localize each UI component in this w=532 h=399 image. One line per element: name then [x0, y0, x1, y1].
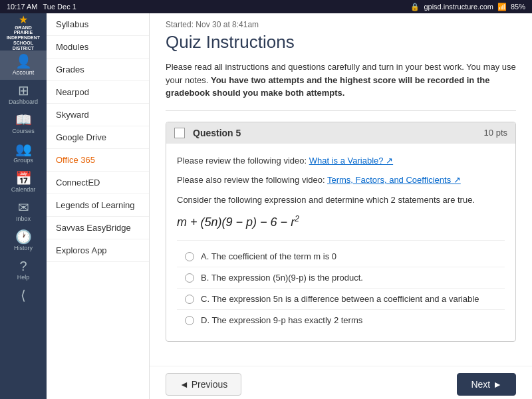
- sidebar-logo: ★ GRANDPRAIRIEINDEPENDENTSCHOOL DISTRICT: [5, 16, 42, 49]
- nav-item-office365[interactable]: Office 365: [47, 149, 149, 172]
- choice-text-d: D. The expression 9-p has exactly 2 term…: [201, 315, 362, 325]
- radio-a[interactable]: [185, 252, 194, 261]
- video2-link[interactable]: Terms, Factors, and Coefficients ↗: [327, 175, 461, 185]
- wifi-icon: 📶: [497, 3, 507, 11]
- nav-item-googledrive[interactable]: Google Drive: [47, 126, 149, 149]
- sidebar-label-history: History: [14, 245, 33, 251]
- nav-item-legends[interactable]: Legends of Learning: [47, 194, 149, 217]
- answer-choice-d[interactable]: D. The expression 9-p has exactly 2 term…: [177, 310, 505, 331]
- sidebar-item-calendar[interactable]: 📅 Calendar: [0, 168, 47, 197]
- sidebar-label-help: Help: [17, 274, 30, 281]
- nav-item-syllabus[interactable]: Syllabus: [47, 13, 149, 36]
- nav-item-skyward[interactable]: Skyward: [47, 104, 149, 126]
- content-inner: Started: Nov 30 at 8:41am Quiz Instructi…: [150, 13, 532, 366]
- answer-choice-b[interactable]: B. The expression (5n)(9-p) is the produ…: [177, 267, 505, 289]
- page-title: Quiz Instructions: [166, 32, 516, 53]
- nav-item-connected[interactable]: ConnectED: [47, 172, 149, 194]
- status-bar: 10:17 AM Tue Dec 1 🔒 gpisd.instructure.c…: [0, 0, 532, 13]
- sidebar-item-courses[interactable]: 📖 Courses: [0, 109, 47, 138]
- question-pts: 10 pts: [484, 128, 507, 138]
- sidebar-label-account: Account: [13, 69, 35, 76]
- account-icon: 👤: [15, 55, 32, 68]
- sidebar-item-dashboard[interactable]: ⊞ Dashboard: [0, 80, 47, 109]
- radio-d[interactable]: [185, 316, 194, 325]
- nav-item-grades[interactable]: Grades: [47, 59, 149, 81]
- sidebar-item-inbox[interactable]: ✉ Inbox: [0, 197, 47, 226]
- answer-choice-a[interactable]: A. The coefficient of the term m is 0: [177, 246, 505, 267]
- sidebar-label-groups: Groups: [13, 157, 33, 164]
- dashboard-icon: ⊞: [18, 84, 29, 97]
- nav-item-modules[interactable]: Modules: [47, 36, 149, 59]
- nav-item-savvas[interactable]: Savvas EasyBridge: [47, 217, 149, 239]
- nav-panel: Syllabus Modules Grades Nearpod Skyward …: [47, 13, 150, 399]
- calendar-icon: 📅: [15, 172, 32, 185]
- instructions-bold: You have two attempts and the highest sc…: [166, 75, 489, 98]
- answer-choices: A. The coefficient of the term m is 0 B.…: [177, 240, 505, 331]
- sidebar-label-calendar: Calendar: [11, 186, 36, 193]
- help-icon: ?: [19, 259, 27, 273]
- logo-text: GRANDPRAIRIEINDEPENDENTSCHOOL DISTRICT: [6, 25, 41, 51]
- battery: 85%: [511, 3, 525, 11]
- sidebar-item-history[interactable]: 🕐 History: [0, 226, 47, 255]
- sidebar: ★ GRANDPRAIRIEINDEPENDENTSCHOOL DISTRICT…: [0, 13, 47, 399]
- question-title: Question 5: [193, 128, 476, 138]
- answer-choice-c[interactable]: C. The expression 5n is a difference bet…: [177, 289, 505, 310]
- choice-text-a: A. The coefficient of the term m is 0: [201, 251, 336, 261]
- radio-c[interactable]: [185, 295, 194, 304]
- url: gpisd.instructure.com: [424, 3, 493, 11]
- next-button[interactable]: Next ►: [457, 373, 516, 396]
- question-header: Question 5 10 pts: [166, 122, 515, 144]
- question-box: Question 5 10 pts Please review the foll…: [166, 122, 516, 342]
- video1-link[interactable]: What is a Variable? ↗: [309, 156, 393, 166]
- content-area: Started: Nov 30 at 8:41am Quiz Instructi…: [150, 13, 532, 399]
- choice-text-b: B. The expression (5n)(9-p) is the produ…: [201, 273, 363, 283]
- previous-label: ◄ Previous: [180, 379, 227, 390]
- question-checkbox[interactable]: [174, 128, 185, 138]
- history-icon: 🕐: [15, 230, 32, 243]
- date: Tue Dec 1: [43, 3, 76, 11]
- sidebar-item-help[interactable]: ? Help: [0, 255, 47, 285]
- instructions-text: Please read all instructions and questio…: [166, 61, 516, 111]
- previous-button[interactable]: ◄ Previous: [166, 373, 241, 396]
- nav-item-nearpod[interactable]: Nearpod: [47, 81, 149, 104]
- sidebar-item-account[interactable]: 👤 Account: [0, 51, 47, 80]
- math-expression: m + (5n)(9 − p) − 6 − r2: [177, 214, 505, 229]
- courses-icon: 📖: [15, 113, 32, 126]
- sidebar-label-dashboard: Dashboard: [9, 98, 38, 105]
- inbox-icon: ✉: [18, 201, 29, 214]
- nav-item-exploros[interactable]: Exploros App: [47, 239, 149, 262]
- app-layout: ★ GRANDPRAIRIEINDEPENDENTSCHOOL DISTRICT…: [0, 13, 532, 399]
- video2-text: Please also review the following video: …: [177, 174, 505, 187]
- status-left: 10:17 AM Tue Dec 1: [7, 3, 76, 11]
- groups-icon: 👥: [15, 142, 32, 156]
- next-label: Next ►: [471, 379, 502, 390]
- collapse-icon: ⟨: [21, 289, 26, 302]
- started-text: Started: Nov 30 at 8:41am: [166, 20, 516, 29]
- lock-icon: 🔒: [410, 3, 420, 11]
- sidebar-label-inbox: Inbox: [16, 215, 31, 222]
- question-body: Please review the following video: What …: [166, 144, 515, 342]
- status-right: 🔒 gpisd.instructure.com 📶 85%: [410, 3, 525, 11]
- video1-text: Please review the following video: What …: [177, 154, 505, 168]
- radio-b[interactable]: [185, 273, 194, 283]
- choice-text-c: C. The expression 5n is a difference bet…: [201, 294, 479, 304]
- logo-star: ★: [19, 15, 28, 25]
- time: 10:17 AM: [7, 3, 37, 11]
- sidebar-item-groups[interactable]: 👥 Groups: [0, 138, 47, 168]
- video2-label: Please also review the following video:: [177, 175, 325, 185]
- sidebar-label-courses: Courses: [12, 128, 35, 134]
- question-prompt: Consider the following expression and de…: [177, 194, 505, 207]
- sidebar-item-collapse[interactable]: ⟨: [0, 285, 47, 306]
- video1-label: Please review the following video:: [177, 156, 307, 166]
- bottom-nav: ◄ Previous Next ►: [150, 366, 532, 399]
